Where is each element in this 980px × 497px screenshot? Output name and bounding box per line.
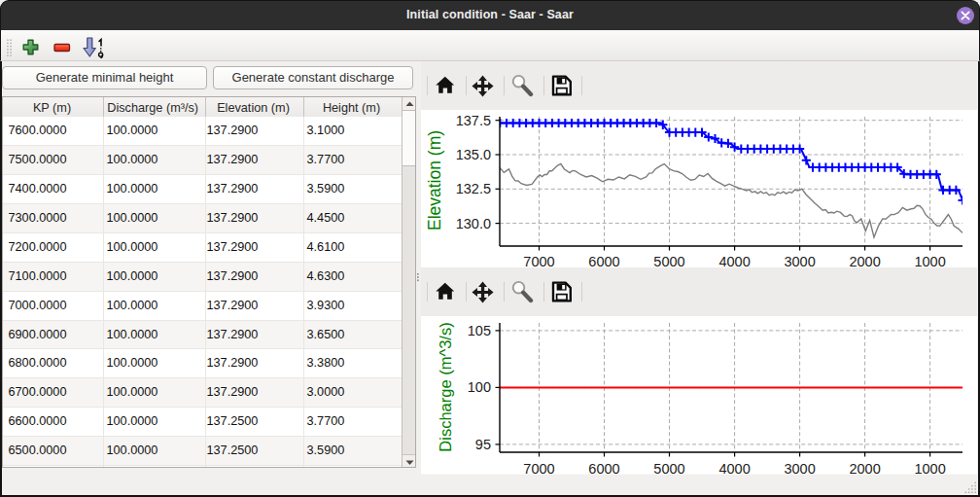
svg-text:3000: 3000 bbox=[784, 254, 815, 268]
svg-text:105: 105 bbox=[468, 323, 491, 338]
svg-text:4000: 4000 bbox=[718, 461, 750, 477]
svg-text:135.0: 135.0 bbox=[456, 147, 491, 162]
svg-text:2000: 2000 bbox=[849, 254, 880, 268]
svg-text:1000: 1000 bbox=[914, 461, 945, 477]
svg-text:5000: 5000 bbox=[653, 461, 684, 477]
svg-text:7000: 7000 bbox=[523, 254, 554, 268]
svg-text:5000: 5000 bbox=[653, 254, 684, 268]
svg-text:6000: 6000 bbox=[588, 254, 619, 268]
svg-text:130.0: 130.0 bbox=[456, 216, 491, 231]
svg-text:2000: 2000 bbox=[849, 461, 880, 477]
svg-text:132.5: 132.5 bbox=[456, 181, 491, 196]
svg-text:100: 100 bbox=[468, 379, 491, 395]
svg-text:137.5: 137.5 bbox=[456, 113, 491, 128]
svg-text:6000: 6000 bbox=[588, 461, 619, 477]
svg-text:95: 95 bbox=[475, 437, 491, 452]
svg-text:Discharge (m^3/s): Discharge (m^3/s) bbox=[437, 322, 454, 451]
svg-text:4000: 4000 bbox=[718, 254, 750, 268]
svg-text:7000: 7000 bbox=[523, 461, 554, 477]
svg-text:1000: 1000 bbox=[914, 254, 945, 268]
svg-text:3000: 3000 bbox=[784, 461, 815, 477]
svg-text:Elevation (m): Elevation (m) bbox=[425, 130, 444, 231]
